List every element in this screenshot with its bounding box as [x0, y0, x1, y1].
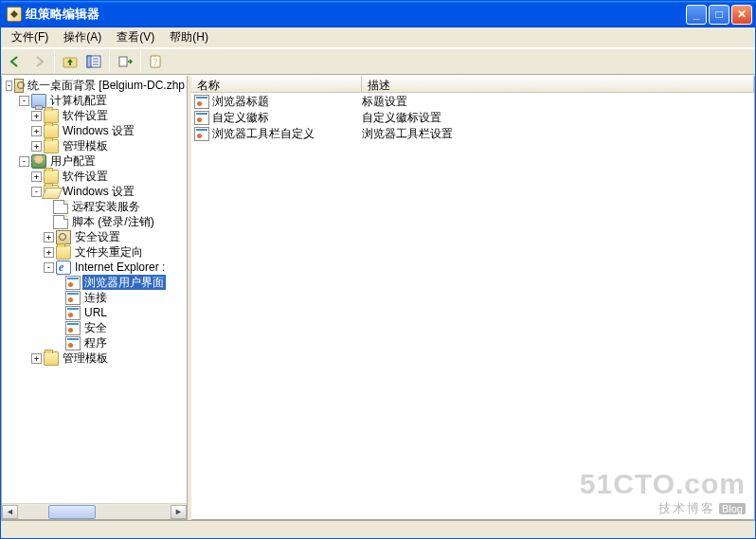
config-icon [65, 276, 81, 290]
window-title: 组策略编辑器 [26, 6, 686, 23]
close-button[interactable]: ✕ [731, 5, 752, 25]
tree-item[interactable]: + 安全设置 [2, 229, 187, 244]
svg-text:?: ? [153, 57, 158, 67]
minimize-button[interactable]: _ [686, 5, 707, 25]
config-icon [194, 95, 209, 109]
tree-item[interactable]: + 管理模板 [2, 350, 187, 366]
folder-open-icon [44, 185, 59, 199]
tree-ie-maintenance[interactable]: - Internet Explorer : [2, 260, 187, 275]
help-icon: ? [149, 55, 164, 68]
titlebar[interactable]: 组策略编辑器 _ □ ✕ [1, 1, 755, 27]
folder-icon [44, 139, 59, 153]
script-icon [53, 215, 68, 229]
ie-icon [56, 261, 71, 275]
toolbar: ? [1, 48, 755, 75]
tree-pane: - 统一桌面背景 [Belgium-DC.zhp - 计算机配置 + 软件设置 [1, 76, 188, 520]
list-item[interactable]: 自定义徽标 自定义徽标设置 [191, 110, 754, 126]
tree-root[interactable]: - 统一桌面背景 [Belgium-DC.zhp [2, 78, 187, 93]
maximize-button[interactable]: □ [709, 5, 729, 25]
toolbar-separator [54, 51, 55, 72]
tree-item[interactable]: 远程安装服务 [2, 199, 187, 214]
menu-bar: 文件(F) 操作(A) 查看(V) 帮助(H) [1, 27, 755, 48]
menu-view[interactable]: 查看(V) [110, 27, 161, 47]
svg-rect-6 [119, 57, 127, 66]
svg-rect-2 [87, 56, 91, 67]
col-header-name[interactable]: 名称 [191, 76, 362, 92]
tree-item[interactable]: + Windows 设置 [2, 123, 187, 138]
up-folder-button[interactable] [60, 51, 81, 72]
tree-view[interactable]: - 统一桌面背景 [Belgium-DC.zhp - 计算机配置 + 软件设置 [2, 76, 187, 503]
content-area: - 统一桌面背景 [Belgium-DC.zhp - 计算机配置 + 软件设置 [1, 75, 755, 521]
arrow-right-icon [32, 55, 45, 68]
config-icon [65, 336, 81, 350]
tree-item[interactable]: + 软件设置 [2, 108, 187, 123]
app-window: 组策略编辑器 _ □ ✕ 文件(F) 操作(A) 查看(V) 帮助(H) [0, 0, 756, 539]
list-header: 名称 描述 [191, 76, 754, 93]
folder-icon [56, 245, 71, 260]
config-icon [65, 321, 81, 335]
tree-item[interactable]: - Windows 设置 [2, 184, 187, 199]
tree-item[interactable]: 程序 [2, 335, 187, 350]
toolbar-separator [109, 51, 110, 72]
scroll-left-icon[interactable]: ◄ [2, 505, 18, 519]
back-button[interactable] [5, 51, 26, 72]
menu-help[interactable]: 帮助(H) [163, 27, 215, 47]
tree-item[interactable]: + 文件夹重定向 [2, 244, 187, 260]
tree-hscrollbar[interactable]: ◄ ► [2, 503, 187, 519]
menu-action[interactable]: 操作(A) [57, 27, 108, 47]
toolbar-separator [140, 51, 141, 72]
list-pane: 名称 描述 浏览器标题 标题设置 自定义徽标 自定义徽标设置 浏览器工具栏自定义 [191, 76, 755, 520]
tree-user-config[interactable]: - 用户配置 [2, 153, 187, 169]
window-controls: _ □ ✕ [686, 5, 752, 25]
show-tree-button[interactable] [83, 51, 104, 72]
config-icon [194, 127, 209, 141]
export-list-button[interactable] [115, 51, 135, 72]
help-button[interactable]: ? [146, 51, 167, 72]
scroll-thumb[interactable] [48, 505, 96, 519]
page-icon [53, 200, 68, 214]
config-icon [194, 111, 209, 125]
tree-computer-config[interactable]: - 计算机配置 [2, 93, 187, 108]
up-folder-icon [63, 55, 78, 68]
menu-file[interactable]: 文件(F) [5, 27, 55, 47]
app-icon [7, 7, 22, 22]
user-icon [31, 154, 46, 169]
tree-item[interactable]: URL [2, 305, 187, 320]
tree-item[interactable]: + 软件设置 [2, 169, 187, 184]
tree-browser-ui[interactable]: 浏览器用户界面 [2, 275, 187, 290]
scroll-track[interactable] [18, 505, 171, 519]
policy-icon [14, 79, 24, 93]
computer-icon [31, 94, 46, 108]
tree-item[interactable]: + 管理模板 [2, 138, 187, 153]
arrow-left-icon [9, 55, 22, 68]
tree-item[interactable]: 安全 [2, 320, 187, 335]
list-body[interactable]: 浏览器标题 标题设置 自定义徽标 自定义徽标设置 浏览器工具栏自定义 浏览器工具… [191, 93, 754, 519]
folder-icon [44, 170, 59, 184]
folder-icon [44, 109, 59, 123]
config-icon [65, 291, 81, 305]
list-item[interactable]: 浏览器标题 标题设置 [191, 94, 754, 110]
scroll-right-icon[interactable]: ► [171, 505, 187, 519]
folder-icon [44, 124, 59, 138]
config-icon [65, 306, 81, 320]
export-list-icon [117, 55, 133, 68]
status-spacer [1, 521, 755, 538]
col-header-desc[interactable]: 描述 [362, 76, 754, 92]
lock-icon [56, 230, 71, 244]
forward-button[interactable] [28, 51, 49, 72]
tree-item[interactable]: 脚本 (登录/注销) [2, 214, 187, 229]
tree-item[interactable]: 连接 [2, 290, 187, 305]
folder-icon [44, 351, 59, 366]
list-item[interactable]: 浏览器工具栏自定义 浏览器工具栏设置 [191, 126, 754, 142]
tree-pane-icon [86, 55, 101, 68]
